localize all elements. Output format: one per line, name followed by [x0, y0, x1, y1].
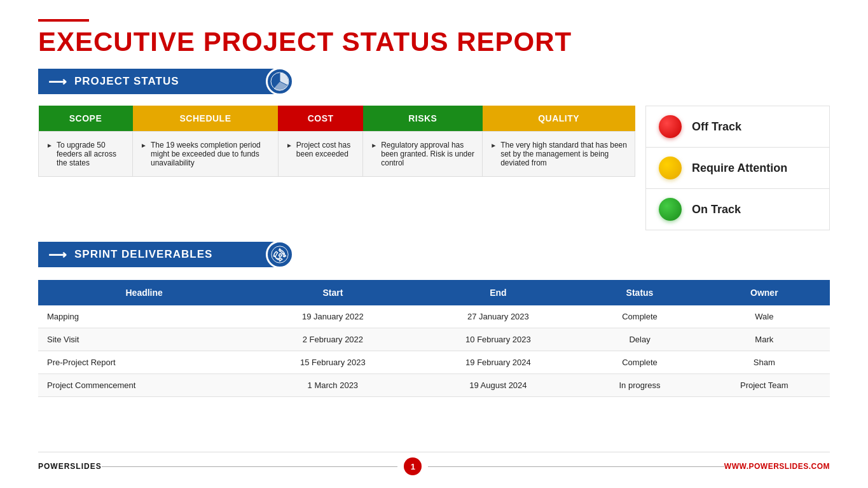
cell-headline-1: Site Visit — [38, 328, 250, 351]
legend-box: Off Track Require Attention On Track — [645, 106, 830, 230]
cell-owner-1: Mark — [699, 328, 830, 351]
legend-off-track: Off Track — [646, 106, 829, 148]
legend-require-attention: Require Attention — [646, 148, 829, 189]
footer-page-number: 1 — [404, 457, 422, 475]
header-decoration — [38, 19, 89, 22]
cell-end-0: 27 January 2023 — [415, 305, 581, 328]
title-black: EXECUTIVE PROJECT — [38, 27, 342, 57]
table-row: Project Commencement1 March 202319 Augus… — [38, 374, 830, 397]
scope-bullet: ► To upgrade 50 feeders all across the s… — [46, 141, 125, 167]
cell-risks: ► Regulatory approval has been granted. … — [363, 132, 483, 177]
cell-status-1: Delay — [581, 328, 698, 351]
cell-start-2: 15 February 2023 — [250, 351, 415, 374]
schedule-bullet: ► The 19 weeks completion period might b… — [141, 141, 270, 167]
legend-on-track: On Track — [646, 189, 829, 230]
deliverables-table: Headline Start End Status Owner Mapping1… — [38, 280, 830, 397]
col-end: End — [415, 280, 581, 305]
cell-status-0: Complete — [581, 305, 698, 328]
col-risks: RISKS — [363, 106, 483, 132]
col-headline: Headline — [38, 280, 250, 305]
risks-bullet: ► Regulatory approval has been granted. … — [371, 141, 474, 167]
col-cost: COST — [278, 106, 362, 132]
cell-start-3: 1 March 2023 — [250, 374, 415, 397]
cell-status-3: In progress — [581, 374, 698, 397]
cell-owner-2: Sham — [699, 351, 830, 374]
sprint-section-header-wrapper: ⟶ SPRINT DELIVERABLES ♻ — [38, 242, 830, 274]
cell-headline-0: Mapping — [38, 305, 250, 328]
col-start: Start — [250, 280, 415, 305]
table-row: Site Visit2 February 202210 February 202… — [38, 328, 830, 351]
on-track-label: On Track — [692, 203, 741, 216]
quality-text: The very high standard that has been set… — [500, 141, 627, 167]
status-table: SCOPE SCHEDULE COST RISKS QUALITY ► To u… — [38, 106, 635, 177]
sprint-section-icon: ♻ — [266, 241, 294, 268]
page-title: EXECUTIVE PROJECT STATUS REPORT — [38, 27, 830, 57]
svg-text:♻: ♻ — [278, 253, 282, 258]
status-area: SCOPE SCHEDULE COST RISKS QUALITY ► To u… — [38, 106, 830, 230]
bullet-arrow-icon4: ► — [371, 142, 377, 149]
title-red: STATUS REPORT — [342, 27, 572, 57]
arrow-icon: ⟶ — [48, 74, 67, 89]
require-attention-label: Require Attention — [692, 162, 787, 175]
cell-end-2: 19 February 2024 — [415, 351, 581, 374]
table-row: Pre-Project Report15 February 202319 Feb… — [38, 351, 830, 374]
cell-quality: ► The very high standard that has been s… — [483, 132, 635, 177]
cell-status-2: Complete — [581, 351, 698, 374]
recycle-icon: ♻ — [270, 245, 289, 264]
yellow-dot-icon — [659, 157, 682, 179]
project-status-header-wrapper: ⟶ PROJECT STATUS — [38, 69, 830, 101]
col-quality: QUALITY — [483, 106, 635, 132]
footer-brand-right: WWW.POWERSLIDES.COM — [724, 462, 830, 471]
cell-start-1: 2 February 2022 — [250, 328, 415, 351]
quality-bullet: ► The very high standard that has been s… — [490, 141, 627, 167]
project-status-section-header: ⟶ PROJECT STATUS — [38, 69, 280, 94]
scope-text: To upgrade 50 feeders all across the sta… — [57, 141, 125, 167]
table-row: Mapping19 January 202227 January 2023Com… — [38, 305, 830, 328]
cell-cost: ► Project cost has been exceeded — [278, 132, 362, 177]
project-status-icon — [266, 67, 294, 95]
footer: POWERSLIDES 1 WWW.POWERSLIDES.COM — [38, 452, 830, 475]
cell-end-1: 10 February 2023 — [415, 328, 581, 351]
cell-end-3: 19 August 2024 — [415, 374, 581, 397]
cell-scope: ► To upgrade 50 feeders all across the s… — [39, 132, 133, 177]
bullet-arrow-icon5: ► — [490, 142, 497, 149]
col-schedule: SCHEDULE — [133, 106, 279, 132]
off-track-label: Off Track — [692, 120, 741, 134]
cell-schedule: ► The 19 weeks completion period might b… — [133, 132, 279, 177]
risks-text: Regulatory approval has been granted. Ri… — [381, 141, 474, 167]
page: EXECUTIVE PROJECT STATUS REPORT ⟶ PROJEC… — [0, 0, 868, 488]
cell-owner-0: Wale — [699, 305, 830, 328]
sprint-label: SPRINT DELIVERABLES — [74, 248, 212, 261]
footer-brand-left: POWERSLIDES — [38, 462, 102, 471]
col-status: Status — [581, 280, 698, 305]
cell-start-0: 19 January 2022 — [250, 305, 415, 328]
sprint-arrow-icon: ⟶ — [48, 247, 67, 262]
col-owner: Owner — [699, 280, 830, 305]
sprint-deliverables-section: Headline Start End Status Owner Mapping1… — [38, 279, 830, 449]
bullet-arrow-icon: ► — [46, 142, 53, 149]
bullet-arrow-icon2: ► — [141, 142, 147, 149]
sprint-section-header: ⟶ SPRINT DELIVERABLES ♻ — [38, 242, 280, 267]
footer-center: 1 — [102, 457, 724, 475]
project-status-label: PROJECT STATUS — [74, 75, 179, 88]
pie-chart-icon — [270, 71, 290, 92]
red-dot-icon — [659, 115, 682, 138]
cell-headline-3: Project Commencement — [38, 374, 250, 397]
schedule-text: The 19 weeks completion period might be … — [151, 141, 270, 167]
cell-owner-3: Project Team — [699, 374, 830, 397]
bullet-arrow-icon3: ► — [286, 142, 293, 149]
footer-line-right — [428, 466, 724, 467]
cost-text: Project cost has been exceeded — [296, 141, 355, 158]
green-dot-icon — [659, 198, 682, 221]
footer-line-left — [102, 466, 398, 467]
cost-bullet: ► Project cost has been exceeded — [286, 141, 355, 158]
col-scope: SCOPE — [39, 106, 133, 132]
cell-headline-2: Pre-Project Report — [38, 351, 250, 374]
